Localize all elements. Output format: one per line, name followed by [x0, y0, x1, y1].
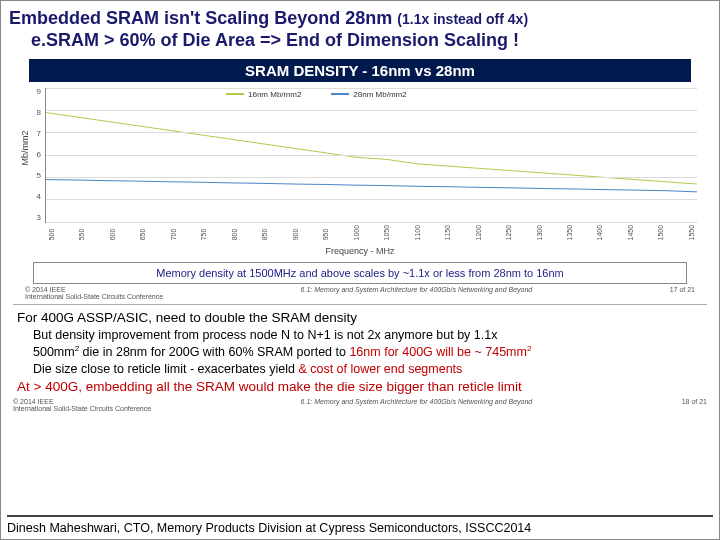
x-axis-ticks: 5005506006507007508008509009501000105011… [45, 231, 697, 238]
slide-title-line1: Embedded SRAM isn't Scaling Beyond 28nm … [1, 1, 719, 30]
y-axis-ticks: 9876543 [19, 88, 41, 223]
footer-page-lower: 18 of 21 [682, 398, 707, 412]
footer-left-2: © 2014 IEEE International Solid-State Ci… [13, 398, 151, 412]
footer-mid: 6.1: Memory and System Architecture for … [301, 286, 533, 300]
slide-title-line2: e.SRAM > 60% of Die Area => End of Dimen… [1, 30, 719, 55]
block2-row2: 500mm2 die in 28nm for 200G with 60% SRA… [33, 344, 703, 361]
chart-area: Mb/mm2 9876543 16nm Mb/mm2 28nm Mb/mm2 5… [13, 88, 707, 248]
plot-region: 16nm Mb/mm2 28nm Mb/mm2 [45, 88, 697, 223]
chart-container: SRAM DENSITY - 16nm vs 28nm Mb/mm2 98765… [13, 59, 707, 300]
footer-left: © 2014 IEEE International Solid-State Ci… [25, 286, 163, 300]
block2-row1: But density improvement from process nod… [33, 327, 703, 344]
footer-mid-2: 6.1: Memory and System Architecture for … [301, 398, 533, 412]
chart-takeaway: Memory density at 1500MHz and above scal… [33, 262, 687, 284]
title-main: Embedded SRAM isn't Scaling Beyond 28nm [9, 8, 397, 28]
block2-header: For 400G ASSP/ASIC, need to double the S… [17, 309, 703, 327]
author-credits: Dinesh Maheshwari, CTO, Memory Products … [7, 515, 713, 535]
block2-row4: At > 400G, embedding all the SRAM would … [17, 378, 703, 396]
block2-row3: Die size close to reticle limit - exacer… [33, 361, 703, 378]
conference-footer-upper: © 2014 IEEE International Solid-State Ci… [25, 286, 695, 300]
footer-page-upper: 17 of 21 [670, 286, 695, 300]
title-sub: (1.1x instead off 4x) [397, 11, 528, 27]
conference-footer-lower: © 2014 IEEE International Solid-State Ci… [13, 398, 707, 412]
text-block-400g: For 400G ASSP/ASIC, need to double the S… [13, 304, 707, 396]
chart-title: SRAM DENSITY - 16nm vs 28nm [29, 59, 691, 82]
